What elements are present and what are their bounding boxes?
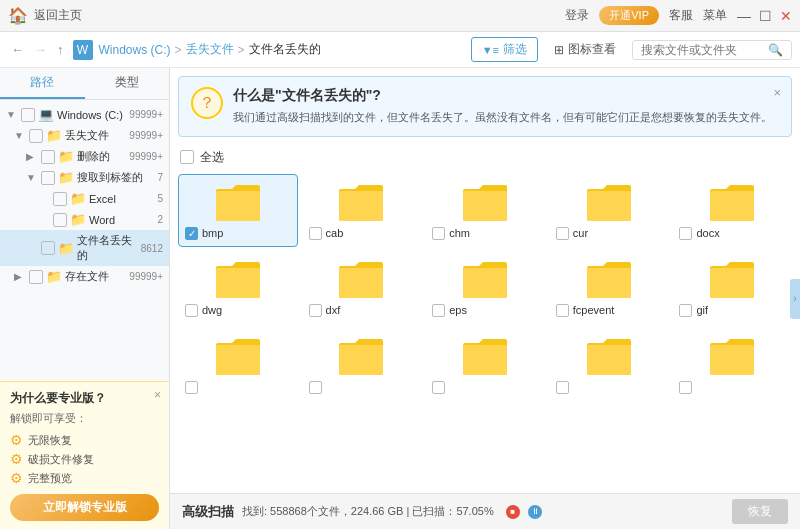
select-all-label[interactable]: 全选 <box>200 149 224 166</box>
info-banner-close-button[interactable]: × <box>773 85 781 100</box>
file-checkbox-docx[interactable] <box>679 227 692 240</box>
feature-repair: ⚙ 破损文件修复 <box>10 451 159 467</box>
deleted-count: 99999+ <box>129 151 163 162</box>
checkbox-drive[interactable] <box>21 108 35 122</box>
file-item-docx[interactable]: docx <box>672 174 792 247</box>
feature-preview: ⚙ 完整预览 <box>10 470 159 486</box>
file-item-10[interactable] <box>178 328 298 401</box>
file-label-bmp: bmp <box>202 227 223 239</box>
checkbox-excel[interactable] <box>53 192 67 206</box>
checkbox-nameless[interactable] <box>41 241 55 255</box>
file-item-cab[interactable]: cab <box>302 174 422 247</box>
sidebar-item-word[interactable]: 📁 Word 2 <box>0 209 169 230</box>
file-item-eps[interactable]: eps <box>425 251 545 324</box>
sidebar-item-drive[interactable]: ▼ 💻 Windows (C:) 99999+ <box>0 104 169 125</box>
checkbox-lost[interactable] <box>29 129 43 143</box>
file-checkbox-11[interactable] <box>309 381 322 394</box>
path-lost[interactable]: 丢失文件 <box>186 41 234 58</box>
path-drive[interactable]: Windows (C:) <box>99 43 171 57</box>
file-item-bmp[interactable]: ✓ bmp <box>178 174 298 247</box>
vip-button[interactable]: 开通VIP <box>599 6 659 25</box>
existing-label: 存在文件 <box>65 269 126 284</box>
back-button[interactable]: ← <box>8 40 27 59</box>
sidebar-item-deleted[interactable]: ▶ 📁 删除的 99999+ <box>0 146 169 167</box>
file-checkbox-eps[interactable] <box>432 304 445 317</box>
recover-button[interactable]: 恢复 <box>732 499 788 524</box>
file-checkbox-gif[interactable] <box>679 304 692 317</box>
file-label-gif: gif <box>696 304 708 316</box>
login-label[interactable]: 登录 <box>565 7 589 24</box>
file-checkbox-10[interactable] <box>185 381 198 394</box>
scan-pause-button[interactable]: ⏸ <box>528 505 542 519</box>
file-item-11[interactable] <box>302 328 422 401</box>
file-item-12[interactable] <box>425 328 545 401</box>
file-checkbox-bmp[interactable]: ✓ <box>185 227 198 240</box>
forward-button[interactable]: → <box>31 40 50 59</box>
checkbox-existing[interactable] <box>29 270 43 284</box>
folder-icon <box>337 260 385 300</box>
view-button[interactable]: ⊞ 图标查看 <box>546 38 624 61</box>
file-label-cur: cur <box>573 227 588 239</box>
file-item-13[interactable] <box>549 328 669 401</box>
file-item-chm[interactable]: chm <box>425 174 545 247</box>
checkbox-word[interactable] <box>53 213 67 227</box>
file-check-dwg: dwg <box>185 304 222 317</box>
sidebar-item-excel[interactable]: 📁 Excel 5 <box>0 188 169 209</box>
service-label[interactable]: 客服 <box>669 7 693 24</box>
close-button[interactable]: ✕ <box>780 8 792 24</box>
expand-icon: ▼ <box>6 109 18 120</box>
grid-icon: ⊞ <box>554 43 564 57</box>
pro-unlock-button[interactable]: 立即解锁专业版 <box>10 494 159 521</box>
tab-path[interactable]: 路径 <box>0 68 85 99</box>
folder-icon <box>585 183 633 223</box>
sidebar-item-nameless[interactable]: 📁 文件名丢失的 8612 <box>0 230 169 266</box>
file-checkbox-dwg[interactable] <box>185 304 198 317</box>
menu-label[interactable]: 菜单 <box>703 7 727 24</box>
search-input[interactable] <box>641 43 768 57</box>
sidebar-item-existing[interactable]: ▶ 📁 存在文件 99999+ <box>0 266 169 287</box>
nav-actions: ▼≡ 筛选 ⊞ 图标查看 🔍 <box>471 37 792 62</box>
info-banner: ？ 什么是"文件名丢失的"? 我们通过高级扫描找到的文件，但文件名丢失了。虽然没… <box>178 76 792 137</box>
file-item-gif[interactable]: gif <box>672 251 792 324</box>
folder-icon <box>585 337 633 377</box>
checkbox-deleted[interactable] <box>41 150 55 164</box>
file-item-dwg[interactable]: dwg <box>178 251 298 324</box>
file-checkbox-14[interactable] <box>679 381 692 394</box>
file-checkbox-chm[interactable] <box>432 227 445 240</box>
sidebar-item-lost[interactable]: ▼ 📁 丢失文件 99999+ <box>0 125 169 146</box>
file-item-fcpevent[interactable]: fcpevent <box>549 251 669 324</box>
file-checkbox-12[interactable] <box>432 381 445 394</box>
checkbox-tagged[interactable] <box>41 171 55 185</box>
filter-button[interactable]: ▼≡ 筛选 <box>471 37 538 62</box>
tagged-folder-icon: 📁 <box>58 170 74 185</box>
folder-icon <box>461 337 509 377</box>
sidebar-item-tagged[interactable]: ▼ 📁 搜取到标签的 7 <box>0 167 169 188</box>
file-item-14[interactable] <box>672 328 792 401</box>
file-checkbox-dxf[interactable] <box>309 304 322 317</box>
file-checkbox-cur[interactable] <box>556 227 569 240</box>
folder-icon <box>337 183 385 223</box>
file-item-cur[interactable]: cur <box>549 174 669 247</box>
home-label[interactable]: 返回主页 <box>34 7 82 24</box>
nav-arrows: ← → ↑ <box>8 40 67 59</box>
file-check-eps: eps <box>432 304 467 317</box>
scan-stop-button[interactable]: ■ <box>506 505 520 519</box>
file-checkbox-fcpevent[interactable] <box>556 304 569 317</box>
file-checkbox-cab[interactable] <box>309 227 322 240</box>
promo-subtitle: 解锁即可享受： <box>10 411 159 426</box>
minimize-button[interactable]: — <box>737 8 751 24</box>
pro-promo: × 为什么要专业版？ 解锁即可享受： ⚙ 无限恢复 ⚙ 破损文件修复 ⚙ 完整预… <box>0 381 169 529</box>
tab-type[interactable]: 类型 <box>85 68 170 99</box>
nameless-count: 8612 <box>141 243 163 254</box>
promo-close-button[interactable]: × <box>154 388 161 402</box>
maximize-button[interactable]: ☐ <box>759 8 772 24</box>
select-all-checkbox[interactable] <box>180 150 194 164</box>
folder-icon <box>461 260 509 300</box>
file-checkbox-13[interactable] <box>556 381 569 394</box>
existing-count: 99999+ <box>129 271 163 282</box>
file-item-dxf[interactable]: dxf <box>302 251 422 324</box>
folder-icon <box>461 183 509 223</box>
up-button[interactable]: ↑ <box>54 40 67 59</box>
right-panel-handle[interactable]: › <box>790 279 800 319</box>
search-icon[interactable]: 🔍 <box>768 43 783 57</box>
